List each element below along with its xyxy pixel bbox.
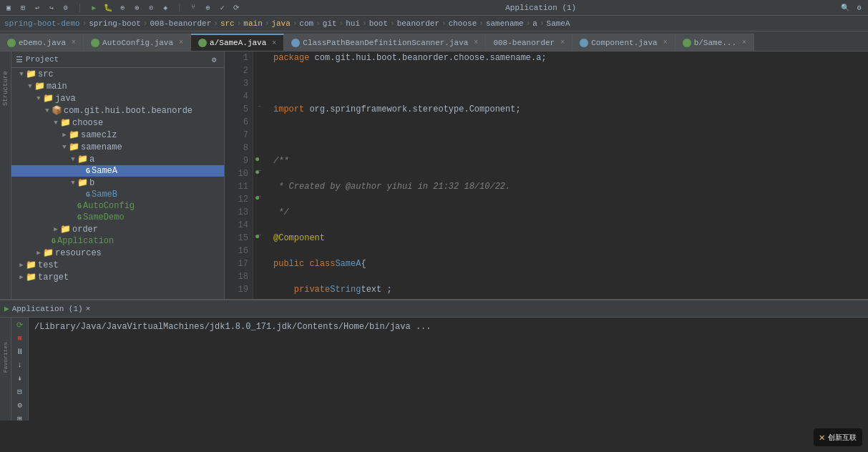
tree-item-sameB[interactable]: G SameB: [11, 189, 224, 200]
toolbar-icon-4[interactable]: ↪: [46, 2, 57, 14]
bc-com[interactable]: com: [299, 19, 313, 28]
tree-item-sameclz[interactable]: ▶ 📁 sameclz: [11, 129, 224, 141]
tab-autoconfig[interactable]: AutoConfig.java ×: [84, 34, 191, 51]
search-icon[interactable]: 🔍: [839, 2, 851, 14]
bc-git[interactable]: git: [323, 19, 337, 28]
tree-item-test[interactable]: ▶ 📁 test: [11, 259, 224, 271]
tree-item-target[interactable]: ▶ 📁 target: [11, 271, 224, 283]
tree-item-b[interactable]: ▼ 📁 b: [11, 177, 224, 189]
fold-btn-5[interactable]: −: [258, 103, 261, 110]
toolbar-icon-9[interactable]: ◈: [160, 2, 171, 14]
tree-item-resources[interactable]: ▶ 📁 resources: [11, 247, 224, 259]
close-tab-beanorder[interactable]: ×: [560, 39, 565, 46]
bc-hui[interactable]: hui: [346, 19, 360, 28]
tree-gear-icon[interactable]: ⚙: [208, 54, 220, 65]
toolbar-icon-7[interactable]: ⊗: [131, 2, 142, 14]
tree-arrow-order[interactable]: ▶: [52, 225, 60, 233]
tree-arrow-main[interactable]: ▼: [26, 83, 34, 90]
bc-java[interactable]: java: [271, 19, 290, 28]
tab-classpathscanner[interactable]: ClassPathBeanDefinitionScanner.java ×: [284, 34, 486, 51]
structure-icon[interactable]: Structure: [0, 83, 11, 94]
run-tab[interactable]: ▶ Application (1) ×: [4, 304, 90, 313]
scroll-end-icon[interactable]: ↡: [14, 373, 26, 383]
debug-icon[interactable]: 🐛: [102, 2, 114, 14]
toolbar-icon-5[interactable]: ⚙: [60, 2, 72, 14]
tree-item-main[interactable]: ▼ 📁 main: [11, 80, 224, 92]
toolbar-icon-10[interactable]: ⊕: [202, 2, 213, 14]
tree-item-application[interactable]: G Application: [11, 235, 224, 247]
tree-arrow-samename[interactable]: ▼: [60, 144, 69, 151]
tree-arrow-b[interactable]: ▼: [69, 180, 77, 187]
toolbar-icon-2[interactable]: ⊞: [17, 2, 29, 14]
code-content[interactable]: package com.git.hui.boot.beanorder.choos…: [268, 51, 552, 299]
tree-arrow-test[interactable]: ▶: [17, 261, 26, 269]
toolbar-icon-11[interactable]: ✓: [216, 2, 228, 14]
fold-btn-11[interactable]: −: [258, 193, 261, 200]
close-tab-classpathscanner[interactable]: ×: [474, 39, 478, 46]
toolbar-icon-6[interactable]: ⊕: [117, 2, 128, 14]
bc-sameA[interactable]: SameA: [547, 19, 570, 28]
tree-arrow-choose[interactable]: ▼: [52, 119, 60, 127]
tree-label-order: order: [72, 225, 98, 235]
toolbar-icon-12[interactable]: ⟳: [230, 2, 242, 14]
bc-choose[interactable]: choose: [449, 19, 477, 28]
gutter-component[interactable]: ●: [255, 154, 260, 164]
settings-icon[interactable]: ⚙: [14, 401, 26, 410]
tree-arrow-resources[interactable]: ▶: [34, 249, 43, 257]
bc-beanorder[interactable]: beanorder: [397, 19, 439, 28]
tree-item-samename[interactable]: ▼ 📁 samename: [11, 141, 224, 153]
bc-src[interactable]: src: [220, 19, 235, 28]
close-tab-edemo[interactable]: ×: [72, 39, 76, 46]
close-tab-bsame[interactable]: ×: [742, 39, 746, 46]
tab-edemo[interactable]: eDemo.java ×: [0, 34, 84, 51]
tree-item-src[interactable]: ▼ 📁 src: [11, 68, 224, 80]
close-tab-component[interactable]: ×: [663, 39, 668, 46]
bc-a[interactable]: a: [532, 19, 537, 28]
fold-btn-9[interactable]: −: [258, 167, 261, 175]
tree-item-order[interactable]: ▶ 📁 order: [11, 223, 224, 235]
tree-arrow-java[interactable]: ▼: [34, 95, 43, 102]
tree-arrow-a[interactable]: ▼: [69, 156, 77, 163]
bc-main[interactable]: main: [243, 19, 262, 28]
tree-label-samename: samename: [81, 142, 122, 152]
tab-component[interactable]: Component.java ×: [572, 34, 675, 51]
tree-item-samedemo[interactable]: G SameDemo: [11, 212, 224, 223]
tree-arrow-package[interactable]: ▼: [43, 107, 52, 114]
stop-icon[interactable]: ■: [14, 334, 26, 343]
left-icon-bar: Structure: [0, 51, 11, 299]
fold-btn-15[interactable]: −: [258, 232, 261, 239]
filter-icon[interactable]: ⊟: [14, 387, 26, 396]
layout-icon[interactable]: ⊞: [14, 414, 26, 421]
tree-item-java[interactable]: ▼ 📁 java: [11, 92, 224, 104]
tab-bsame[interactable]: b/Same... ×: [676, 34, 754, 51]
bc-samename[interactable]: samename: [486, 19, 524, 28]
toolbar-icon-3[interactable]: ↩: [31, 2, 43, 14]
bc-boot[interactable]: boot: [369, 19, 388, 28]
code-editor[interactable]: 1 2 3 4 5 6 7 8 9 10 11 12 13 14 15 16 1…: [225, 51, 868, 299]
bc-008-beanorder[interactable]: 008-beanorder: [150, 19, 211, 28]
git-icon[interactable]: ⑂: [187, 2, 199, 14]
tree-item-choose[interactable]: ▼ 📁 choose: [11, 117, 224, 129]
pause-icon[interactable]: ⏸: [14, 347, 26, 356]
step-down-icon[interactable]: ↓: [14, 360, 26, 369]
close-tab-samea[interactable]: ×: [272, 39, 276, 47]
bc-spring-boot[interactable]: spring-boot: [89, 19, 141, 28]
close-run-tab[interactable]: ×: [86, 305, 91, 313]
tab-samea[interactable]: a/SameA.java ×: [191, 34, 284, 51]
tree-item-sameA[interactable]: G SameA: [11, 165, 224, 177]
tree-arrow-src[interactable]: ▼: [17, 71, 26, 78]
tree-arrow-target[interactable]: ▶: [17, 273, 26, 281]
tree-item-package[interactable]: ▼ 📦 com.git.hui.boot.beanorde: [11, 104, 224, 117]
gear-icon[interactable]: ⚙: [854, 2, 865, 14]
rerun-icon[interactable]: ⟳: [14, 320, 26, 330]
bc-spring-boot-demo[interactable]: spring-boot-demo: [4, 19, 80, 28]
run-icon[interactable]: ▶: [88, 2, 99, 14]
watermark: ✕ 创新互联: [814, 428, 862, 446]
toolbar-icon-8[interactable]: ⊙: [145, 2, 157, 14]
tree-item-a[interactable]: ▼ 📁 a: [11, 153, 224, 165]
tree-item-autoconfig[interactable]: G AutoConfig: [11, 200, 224, 212]
toolbar-icon-1[interactable]: ▣: [3, 2, 14, 14]
tab-beanorder[interactable]: 008-beanorder ×: [486, 34, 572, 51]
tree-arrow-sameclz[interactable]: ▶: [60, 131, 69, 139]
close-tab-autoconfig[interactable]: ×: [179, 39, 183, 46]
